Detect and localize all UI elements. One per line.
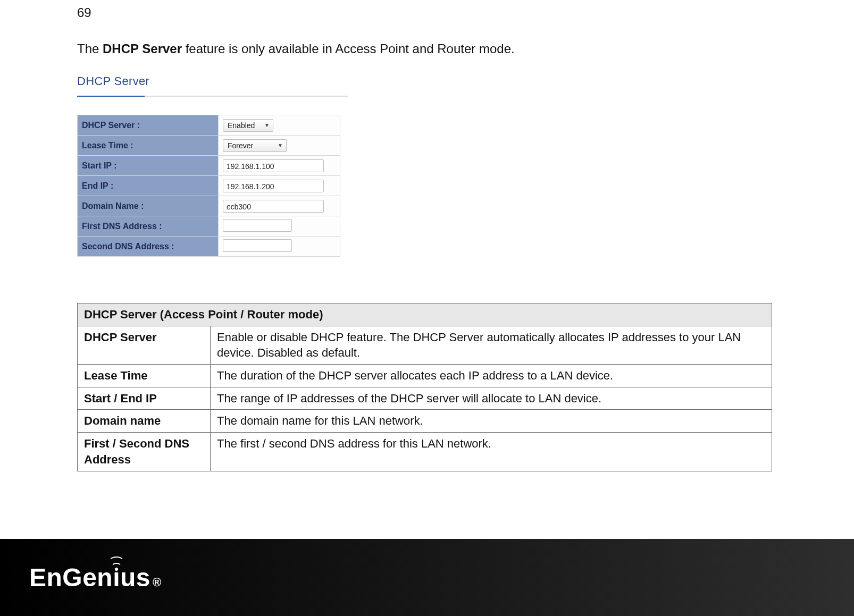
intro-sentence: The DHCP Server feature is only availabl… bbox=[77, 41, 515, 56]
row-second-dns: Second DNS Address : bbox=[78, 237, 340, 257]
row-lease-time: Lease Time : Forever ▼ bbox=[78, 136, 340, 156]
label-dhcp-server: DHCP Server : bbox=[78, 115, 219, 136]
desc-text: The range of IP addresses of the DHCP se… bbox=[211, 387, 772, 410]
chevron-down-icon: ▼ bbox=[278, 142, 283, 148]
first-dns-input[interactable] bbox=[223, 219, 292, 232]
desc-name: Domain name bbox=[78, 410, 211, 433]
label-lease-time: Lease Time : bbox=[78, 136, 219, 156]
label-start-ip: Start IP : bbox=[78, 156, 219, 176]
start-ip-input[interactable]: 192.168.1.100 bbox=[223, 159, 324, 172]
label-end-ip: End IP : bbox=[78, 176, 219, 196]
table-row: First / Second DNS Address The first / s… bbox=[78, 433, 772, 471]
desc-name: First / Second DNS Address bbox=[78, 433, 211, 471]
table-row: Start / End IP The range of IP addresses… bbox=[78, 387, 772, 410]
screenshot-title: DHCP Server bbox=[77, 74, 348, 88]
table-row: Domain name The domain name for this LAN… bbox=[78, 410, 772, 433]
row-start-ip: Start IP : 192.168.1.100 bbox=[78, 156, 340, 176]
desc-text: The first / second DNS address for this … bbox=[211, 433, 772, 471]
row-first-dns: First DNS Address : bbox=[78, 216, 340, 237]
chevron-down-icon: ▼ bbox=[264, 122, 270, 128]
row-dhcp-server: DHCP Server : Enabled ▼ bbox=[78, 115, 340, 136]
lease-time-select-value: Forever bbox=[228, 141, 253, 150]
intro-suffix: feature is only available in Access Poin… bbox=[182, 41, 515, 56]
desc-text: The duration of the DHCP server allocate… bbox=[211, 365, 772, 387]
dhcp-config-screenshot: DHCP Server DHCP Server : Enabled ▼ Leas… bbox=[77, 74, 348, 257]
label-first-dns: First DNS Address : bbox=[78, 216, 219, 237]
end-ip-input[interactable]: 192.168.1.200 bbox=[223, 180, 324, 192]
desc-name: Start / End IP bbox=[78, 387, 211, 410]
table-row: DHCP Server Enable or disable DHCP featu… bbox=[78, 326, 772, 364]
description-table: DHCP Server (Access Point / Router mode)… bbox=[77, 303, 772, 471]
label-domain-name: Domain Name : bbox=[78, 196, 219, 216]
second-dns-input[interactable] bbox=[223, 239, 292, 252]
logo-i-wrap: ı bbox=[113, 563, 120, 592]
domain-name-input[interactable]: ecb300 bbox=[223, 200, 324, 213]
page-footer: EnGen ı us® bbox=[0, 539, 854, 616]
logo-text-b: us bbox=[120, 563, 150, 592]
config-table: DHCP Server : Enabled ▼ Lease Time : For… bbox=[77, 115, 340, 257]
row-domain-name: Domain Name : ecb300 bbox=[78, 196, 340, 216]
description-table-header: DHCP Server (Access Point / Router mode) bbox=[78, 303, 772, 326]
lease-time-select[interactable]: Forever ▼ bbox=[223, 139, 287, 152]
desc-text: The domain name for this LAN network. bbox=[211, 410, 772, 433]
registered-icon: ® bbox=[153, 576, 162, 589]
desc-text: Enable or disable DHCP feature. The DHCP… bbox=[211, 326, 772, 364]
row-end-ip: End IP : 192.168.1.200 bbox=[78, 176, 340, 196]
screenshot-divider bbox=[77, 96, 348, 97]
dhcp-server-select-value: Enabled bbox=[228, 121, 255, 130]
table-row: Lease Time The duration of the DHCP serv… bbox=[78, 365, 772, 387]
desc-name: Lease Time bbox=[78, 365, 211, 387]
engenius-logo: EnGen ı us® bbox=[29, 563, 162, 592]
intro-prefix: The bbox=[77, 41, 103, 56]
desc-name: DHCP Server bbox=[78, 326, 211, 364]
page-number: 69 bbox=[77, 5, 91, 20]
label-second-dns: Second DNS Address : bbox=[78, 237, 219, 257]
intro-bold: DHCP Server bbox=[103, 41, 182, 56]
logo-text-a: EnGen bbox=[29, 563, 113, 592]
dhcp-server-select[interactable]: Enabled ▼ bbox=[223, 119, 273, 132]
wifi-icon bbox=[108, 556, 124, 571]
